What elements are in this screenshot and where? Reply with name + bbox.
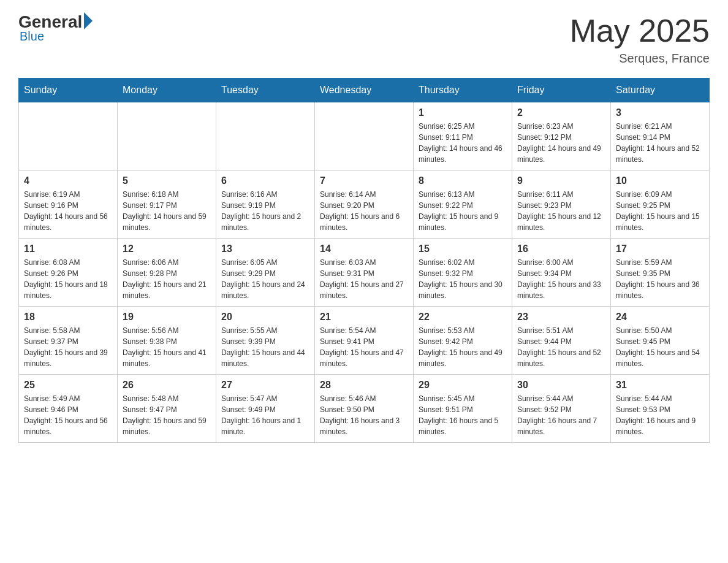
day-info: Sunrise: 6:16 AM Sunset: 9:19 PM Dayligh…	[221, 189, 309, 233]
month-title: May 2025	[570, 12, 710, 49]
day-info: Sunrise: 5:49 AM Sunset: 9:46 PM Dayligh…	[24, 393, 112, 437]
calendar-week-row: 25Sunrise: 5:49 AM Sunset: 9:46 PM Dayli…	[19, 375, 710, 443]
calendar-cell: 5Sunrise: 6:18 AM Sunset: 9:17 PM Daylig…	[118, 170, 216, 239]
day-info: Sunrise: 6:23 AM Sunset: 9:12 PM Dayligh…	[517, 121, 605, 165]
day-info: Sunrise: 5:51 AM Sunset: 9:44 PM Dayligh…	[517, 325, 605, 369]
day-number: 29	[419, 380, 507, 391]
calendar-cell	[315, 102, 414, 170]
day-number: 19	[123, 312, 211, 323]
calendar-cell: 7Sunrise: 6:14 AM Sunset: 9:20 PM Daylig…	[315, 170, 414, 239]
calendar-cell: 13Sunrise: 6:05 AM Sunset: 9:29 PM Dayli…	[216, 239, 315, 307]
calendar-cell: 21Sunrise: 5:54 AM Sunset: 9:41 PM Dayli…	[315, 307, 414, 375]
day-info: Sunrise: 6:03 AM Sunset: 9:31 PM Dayligh…	[320, 257, 408, 301]
calendar-cell: 11Sunrise: 6:08 AM Sunset: 9:26 PM Dayli…	[19, 239, 118, 307]
calendar-week-row: 11Sunrise: 6:08 AM Sunset: 9:26 PM Dayli…	[19, 239, 710, 307]
column-header-sunday: Sunday	[19, 79, 118, 102]
day-info: Sunrise: 5:48 AM Sunset: 9:47 PM Dayligh…	[123, 393, 211, 437]
day-info: Sunrise: 6:19 AM Sunset: 9:16 PM Dayligh…	[24, 189, 112, 233]
day-number: 18	[24, 312, 112, 323]
calendar-cell: 19Sunrise: 5:56 AM Sunset: 9:38 PM Dayli…	[118, 307, 216, 375]
day-number: 21	[320, 312, 408, 323]
day-number: 24	[616, 312, 704, 323]
day-number: 10	[616, 175, 704, 186]
day-number: 2	[517, 107, 605, 118]
day-info: Sunrise: 6:06 AM Sunset: 9:28 PM Dayligh…	[123, 257, 211, 301]
calendar-week-row: 1Sunrise: 6:25 AM Sunset: 9:11 PM Daylig…	[19, 102, 710, 170]
day-info: Sunrise: 5:44 AM Sunset: 9:52 PM Dayligh…	[517, 393, 605, 437]
calendar-cell: 8Sunrise: 6:13 AM Sunset: 9:22 PM Daylig…	[414, 170, 512, 239]
day-info: Sunrise: 5:47 AM Sunset: 9:49 PM Dayligh…	[221, 393, 309, 437]
day-number: 15	[419, 243, 507, 255]
day-info: Sunrise: 5:55 AM Sunset: 9:39 PM Dayligh…	[221, 325, 309, 369]
column-header-saturday: Saturday	[611, 79, 710, 102]
calendar-cell: 28Sunrise: 5:46 AM Sunset: 9:50 PM Dayli…	[315, 375, 414, 443]
calendar-header-row: SundayMondayTuesdayWednesdayThursdayFrid…	[19, 79, 710, 102]
day-info: Sunrise: 5:46 AM Sunset: 9:50 PM Dayligh…	[320, 393, 408, 437]
day-number: 31	[616, 380, 704, 391]
day-info: Sunrise: 6:18 AM Sunset: 9:17 PM Dayligh…	[123, 189, 211, 233]
column-header-tuesday: Tuesday	[216, 79, 315, 102]
day-number: 16	[517, 243, 605, 255]
calendar-table: SundayMondayTuesdayWednesdayThursdayFrid…	[18, 78, 710, 443]
day-info: Sunrise: 6:25 AM Sunset: 9:11 PM Dayligh…	[419, 121, 507, 165]
logo: General Blue	[18, 12, 93, 44]
day-number: 4	[24, 175, 112, 186]
day-info: Sunrise: 6:09 AM Sunset: 9:25 PM Dayligh…	[616, 189, 704, 233]
calendar-cell: 14Sunrise: 6:03 AM Sunset: 9:31 PM Dayli…	[315, 239, 414, 307]
calendar-cell: 9Sunrise: 6:11 AM Sunset: 9:23 PM Daylig…	[512, 170, 611, 239]
calendar-cell: 29Sunrise: 5:45 AM Sunset: 9:51 PM Dayli…	[414, 375, 512, 443]
calendar-cell: 25Sunrise: 5:49 AM Sunset: 9:46 PM Dayli…	[19, 375, 118, 443]
day-info: Sunrise: 5:58 AM Sunset: 9:37 PM Dayligh…	[24, 325, 112, 369]
calendar-cell: 15Sunrise: 6:02 AM Sunset: 9:32 PM Dayli…	[414, 239, 512, 307]
calendar-cell: 26Sunrise: 5:48 AM Sunset: 9:47 PM Dayli…	[118, 375, 216, 443]
page-header: General Blue May 2025 Serques, France	[18, 12, 710, 66]
day-number: 26	[123, 380, 211, 391]
day-info: Sunrise: 5:56 AM Sunset: 9:38 PM Dayligh…	[123, 325, 211, 369]
day-number: 8	[419, 175, 507, 186]
column-header-monday: Monday	[118, 79, 216, 102]
calendar-cell: 18Sunrise: 5:58 AM Sunset: 9:37 PM Dayli…	[19, 307, 118, 375]
calendar-cell: 4Sunrise: 6:19 AM Sunset: 9:16 PM Daylig…	[19, 170, 118, 239]
calendar-week-row: 4Sunrise: 6:19 AM Sunset: 9:16 PM Daylig…	[19, 170, 710, 239]
day-number: 23	[517, 312, 605, 323]
day-number: 12	[123, 243, 211, 255]
day-number: 13	[221, 243, 309, 255]
calendar-cell: 6Sunrise: 6:16 AM Sunset: 9:19 PM Daylig…	[216, 170, 315, 239]
day-info: Sunrise: 5:54 AM Sunset: 9:41 PM Dayligh…	[320, 325, 408, 369]
column-header-wednesday: Wednesday	[315, 79, 414, 102]
day-number: 7	[320, 175, 408, 186]
calendar-cell: 22Sunrise: 5:53 AM Sunset: 9:42 PM Dayli…	[414, 307, 512, 375]
day-info: Sunrise: 5:53 AM Sunset: 9:42 PM Dayligh…	[419, 325, 507, 369]
title-block: May 2025 Serques, France	[570, 12, 710, 66]
calendar-week-row: 18Sunrise: 5:58 AM Sunset: 9:37 PM Dayli…	[19, 307, 710, 375]
day-info: Sunrise: 5:59 AM Sunset: 9:35 PM Dayligh…	[616, 257, 704, 301]
day-info: Sunrise: 6:14 AM Sunset: 9:20 PM Dayligh…	[320, 189, 408, 233]
day-number: 17	[616, 243, 704, 255]
calendar-cell	[19, 102, 118, 170]
day-info: Sunrise: 6:02 AM Sunset: 9:32 PM Dayligh…	[419, 257, 507, 301]
calendar-cell: 10Sunrise: 6:09 AM Sunset: 9:25 PM Dayli…	[611, 170, 710, 239]
location-text: Serques, France	[570, 52, 710, 66]
column-header-friday: Friday	[512, 79, 611, 102]
calendar-cell: 1Sunrise: 6:25 AM Sunset: 9:11 PM Daylig…	[414, 102, 512, 170]
day-info: Sunrise: 6:00 AM Sunset: 9:34 PM Dayligh…	[517, 257, 605, 301]
calendar-cell: 20Sunrise: 5:55 AM Sunset: 9:39 PM Dayli…	[216, 307, 315, 375]
calendar-cell: 30Sunrise: 5:44 AM Sunset: 9:52 PM Dayli…	[512, 375, 611, 443]
day-info: Sunrise: 6:13 AM Sunset: 9:22 PM Dayligh…	[419, 189, 507, 233]
day-number: 25	[24, 380, 112, 391]
day-number: 27	[221, 380, 309, 391]
logo-arrow-icon	[84, 12, 93, 29]
column-header-thursday: Thursday	[414, 79, 512, 102]
day-number: 30	[517, 380, 605, 391]
day-info: Sunrise: 5:50 AM Sunset: 9:45 PM Dayligh…	[616, 325, 704, 369]
day-number: 1	[419, 107, 507, 118]
day-info: Sunrise: 6:21 AM Sunset: 9:14 PM Dayligh…	[616, 121, 704, 165]
day-number: 14	[320, 243, 408, 255]
day-number: 11	[24, 243, 112, 255]
calendar-cell	[216, 102, 315, 170]
calendar-cell: 3Sunrise: 6:21 AM Sunset: 9:14 PM Daylig…	[611, 102, 710, 170]
day-info: Sunrise: 6:05 AM Sunset: 9:29 PM Dayligh…	[221, 257, 309, 301]
day-number: 28	[320, 380, 408, 391]
calendar-cell: 24Sunrise: 5:50 AM Sunset: 9:45 PM Dayli…	[611, 307, 710, 375]
calendar-cell	[118, 102, 216, 170]
